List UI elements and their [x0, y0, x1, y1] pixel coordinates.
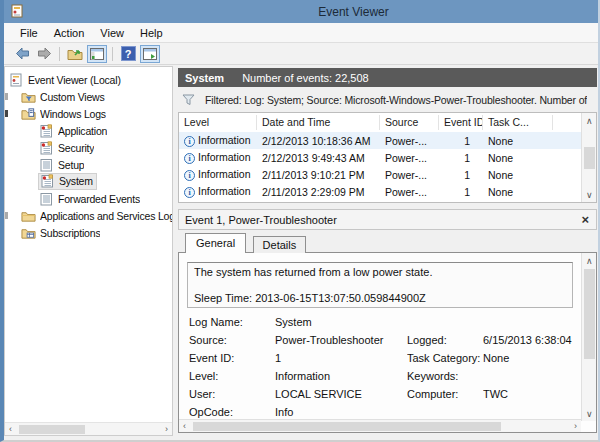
- expander-collapsed-icon[interactable]: [5, 93, 8, 100]
- scroll-right-icon[interactable]: ›: [165, 423, 168, 435]
- menu-view[interactable]: View: [92, 27, 132, 39]
- export-button[interactable]: [65, 45, 85, 63]
- tree-item-windows-logs[interactable]: Windows Logs: [5, 105, 172, 122]
- tree-item-system[interactable]: System: [5, 173, 172, 190]
- table-row[interactable]: iInformation 2/12/2013 9:49:43 AM Power-…: [179, 149, 596, 166]
- tree-item-custom-views[interactable]: Custom Views: [5, 88, 172, 105]
- cell-datetime: 2/11/2013 9:10:21 PM: [257, 169, 380, 181]
- tree-item-applications-services-logs[interactable]: Applications and Services Logs: [5, 207, 172, 224]
- back-button[interactable]: [12, 45, 32, 63]
- tree-item-application[interactable]: Application: [5, 122, 172, 139]
- export-folder-icon: [67, 47, 83, 61]
- event-log-icon: [40, 174, 55, 188]
- filter-bar[interactable]: Filtered: Log: System; Source: Microsoft…: [178, 90, 597, 109]
- column-header-event-id[interactable]: Event ID: [439, 115, 483, 130]
- help-button[interactable]: ?: [118, 45, 138, 63]
- field-label: OpCode:: [189, 406, 275, 418]
- pane-horizontal-scrollbar[interactable]: ‹ ›: [179, 419, 581, 432]
- scroll-left-icon[interactable]: ‹: [9, 423, 12, 435]
- event-viewer-window: Event Viewer File Action View Help ?: [0, 0, 600, 442]
- event-description: The system has returned from a low power…: [194, 266, 566, 278]
- table-vertical-scrollbar[interactable]: ∧ ∨: [581, 113, 596, 202]
- expander-expanded-icon[interactable]: [5, 110, 8, 117]
- cell-datetime: 2/12/2013 9:49:43 AM: [257, 152, 380, 164]
- expander-collapsed-icon[interactable]: [5, 212, 8, 219]
- tree-item-label: Setup: [58, 159, 84, 171]
- cell-event-id: 1: [439, 135, 483, 147]
- event-description-box[interactable]: The system has returned from a low power…: [187, 262, 573, 308]
- column-header-task-category[interactable]: Task C...: [483, 115, 553, 130]
- field-value: LOCAL SERVICE: [275, 388, 407, 400]
- scroll-up-icon[interactable]: ∧: [586, 115, 593, 127]
- table-row[interactable]: iInformation 2/11/2013 9:10:21 PM Power-…: [179, 166, 596, 183]
- title-bar[interactable]: Event Viewer: [4, 0, 598, 23]
- close-icon[interactable]: ×: [581, 213, 589, 226]
- field-value: Power-Troubleshooter: [275, 334, 407, 346]
- plain-log-icon: [39, 192, 54, 206]
- tree-item-label: Application: [58, 125, 107, 137]
- field-value: System: [275, 316, 407, 328]
- scrollbar-thumb[interactable]: [193, 422, 501, 431]
- scrollbar-thumb[interactable]: [584, 269, 595, 359]
- scroll-down-icon[interactable]: ∨: [586, 189, 593, 201]
- console-tree-icon: [90, 48, 104, 60]
- cell-event-id: 1: [439, 169, 483, 181]
- field-row: Source: Power-Troubleshooter Logged: 6/1…: [189, 331, 580, 349]
- tree-item-security[interactable]: Security: [5, 139, 172, 156]
- general-tab-content: The system has returned from a low power…: [178, 252, 597, 433]
- field-label: Keywords:: [407, 370, 483, 382]
- scroll-right-icon[interactable]: ›: [574, 420, 577, 432]
- table-row[interactable]: iInformation 2/12/2013 10:18:36 AM Power…: [179, 132, 596, 149]
- forward-button[interactable]: [34, 45, 54, 63]
- event-fields: Log Name: System Source: Power-Troublesh…: [189, 313, 580, 421]
- menu-file[interactable]: File: [12, 27, 46, 39]
- show-action-pane-button[interactable]: [140, 45, 160, 63]
- menu-help[interactable]: Help: [132, 27, 171, 39]
- tree-item-forwarded-events[interactable]: Forwarded Events: [5, 190, 172, 207]
- tree-item-event-viewer-local[interactable]: Event Viewer (Local): [5, 71, 172, 88]
- tree-item-label: Security: [58, 142, 94, 154]
- scrollbar-thumb[interactable]: [19, 425, 85, 434]
- cell-source: Power-...: [380, 152, 439, 164]
- tab-general[interactable]: General: [185, 233, 246, 253]
- column-header-level[interactable]: Level: [179, 115, 257, 130]
- event-sleep-time: Sleep Time: 2013-06-15T13:07:50.05984490…: [194, 292, 566, 304]
- folder-logs-icon: [21, 107, 36, 121]
- tree-item-label: Windows Logs: [40, 108, 106, 120]
- menu-bar: File Action View Help: [4, 23, 598, 43]
- show-console-tree-button[interactable]: [87, 45, 107, 63]
- events-table: Level Date and Time Source Event ID Task…: [178, 112, 597, 203]
- scroll-left-icon[interactable]: ‹: [183, 420, 186, 432]
- tree-item-label: Event Viewer (Local): [28, 74, 121, 86]
- information-icon: i: [184, 187, 195, 198]
- cell-task: None: [483, 135, 553, 147]
- field-value: 1: [275, 352, 407, 364]
- scroll-up-icon[interactable]: ∧: [586, 255, 593, 267]
- tree-item-subscriptions[interactable]: Subscriptions: [5, 224, 172, 241]
- event-pane-header: Event 1, Power-Troubleshooter ×: [178, 209, 597, 230]
- pane-vertical-scrollbar[interactable]: ∧ ∨: [581, 253, 596, 421]
- scrollbar-thumb[interactable]: [584, 147, 595, 169]
- cell-source: Power-...: [380, 135, 439, 147]
- folder-filter-icon: [21, 90, 36, 104]
- cell-level: Information: [198, 134, 251, 146]
- information-icon: i: [184, 170, 195, 181]
- event-pane-title: Event 1, Power-Troubleshooter: [185, 214, 581, 226]
- forward-arrow-icon: [37, 47, 52, 60]
- tree-item-setup[interactable]: Setup: [5, 156, 172, 173]
- scroll-down-icon[interactable]: ∨: [586, 408, 593, 420]
- filter-funnel-icon: [182, 94, 195, 106]
- cell-event-id: 1: [439, 186, 483, 198]
- tree-item-label: Forwarded Events: [58, 193, 140, 205]
- column-header-source[interactable]: Source: [380, 115, 439, 130]
- toolbar: ?: [4, 43, 598, 65]
- cell-level: Information: [198, 185, 251, 197]
- table-row[interactable]: iInformation 2/11/2013 2:29:09 PM Power-…: [179, 183, 596, 200]
- field-value: Information: [275, 370, 407, 382]
- cell-level: Information: [198, 151, 251, 163]
- tab-details[interactable]: Details: [253, 236, 307, 253]
- column-header-date-time[interactable]: Date and Time: [257, 115, 380, 130]
- cell-datetime: 2/12/2013 10:18:36 AM: [257, 135, 380, 147]
- menu-action[interactable]: Action: [46, 27, 93, 39]
- tree-horizontal-scrollbar[interactable]: ‹ ›: [5, 422, 172, 435]
